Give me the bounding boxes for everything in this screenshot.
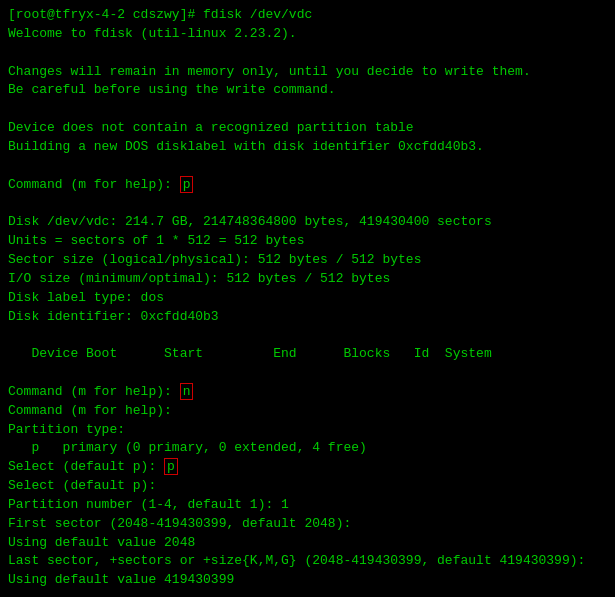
line-first-sector: Partition number (1-4, default 1): 1 [8, 496, 607, 515]
line-disk-id: Disk identifier: 0xcfdd40b3 [8, 308, 607, 327]
line-prompt: [root@tfryx-4-2 cdszwy]# fdisk /dev/vdc [8, 6, 607, 25]
blank-line [8, 590, 607, 597]
blank-line [8, 326, 607, 345]
blank-line [8, 100, 607, 119]
line-cmd-n: Command (m for help): n [8, 383, 607, 402]
blank-line [8, 364, 607, 383]
line-partition-type: Command (m for help): [8, 402, 607, 421]
line-no-partition: Device does not contain a recognized par… [8, 119, 607, 138]
cmd-n-input: n [180, 383, 194, 400]
line-disk-label: Disk label type: dos [8, 289, 607, 308]
line-careful: Be careful before using the write comman… [8, 81, 607, 100]
line-partition-set: Using default value 419430399 [8, 571, 607, 590]
line-building: Building a new DOS disklabel with disk i… [8, 138, 607, 157]
line-changes: Changes will remain in memory only, unti… [8, 63, 607, 82]
cmd-p-input: p [180, 176, 194, 193]
line-disk-info: Disk /dev/vdc: 214.7 GB, 214748364800 by… [8, 213, 607, 232]
line-sector-size: Sector size (logical/physical): 512 byte… [8, 251, 607, 270]
line-default-419: Last sector, +sectors or +size{K,M,G} (2… [8, 552, 607, 571]
line-partition-num: Select (default p): [8, 477, 607, 496]
blank-line [8, 157, 607, 176]
line-io-size: I/O size (minimum/optimal): 512 bytes / … [8, 270, 607, 289]
terminal-window: [root@tfryx-4-2 cdszwy]# fdisk /dev/vdc … [0, 0, 615, 597]
line-units: Units = sectors of 1 * 512 = 512 bytes [8, 232, 607, 251]
line-primary: Partition type: [8, 421, 607, 440]
cmd-select-p-input: p [164, 458, 178, 475]
line-table-header: Device Boot Start End Blocks Id System [8, 345, 607, 364]
blank-line [8, 44, 607, 63]
line-welcome: Welcome to fdisk (util-linux 2.23.2). [8, 25, 607, 44]
blank-line [8, 194, 607, 213]
line-cmd-p: Command (m for help): p [8, 176, 607, 195]
line-extended: p primary (0 primary, 0 extended, 4 free… [8, 439, 607, 458]
line-last-sector: Using default value 2048 [8, 534, 607, 553]
line-select-p: Select (default p): p [8, 458, 607, 477]
line-default-2048: First sector (2048-419430399, default 20… [8, 515, 607, 534]
